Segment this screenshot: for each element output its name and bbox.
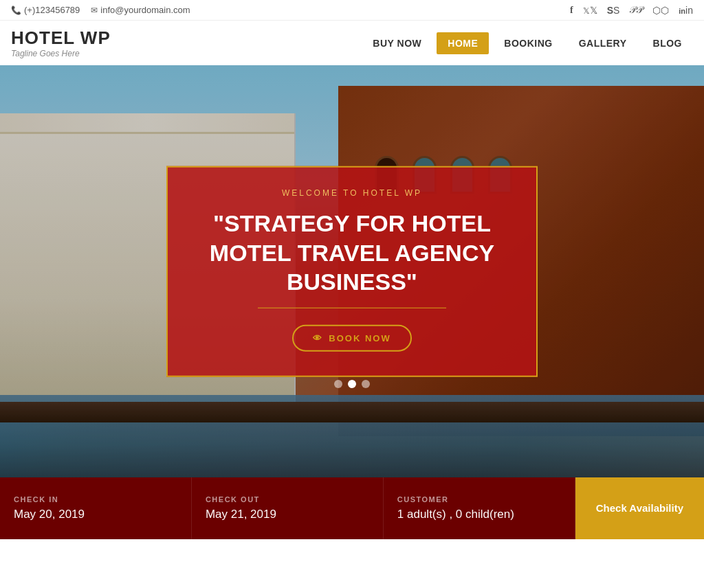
checkin-value: May 20, 2019 [14,508,177,521]
hero-subtitle: WELCOME TO HOTEL WP [195,188,509,198]
customer-label: CUSTOMER [397,495,561,504]
nav-buy-now[interactable]: BUY NOW [362,32,432,54]
checkin-field[interactable]: CHECK IN May 20, 2019 [0,477,192,539]
hero-section: WELCOME TO HOTEL WP "STRATEGY FOR HOTEL … [0,65,704,477]
email-address: info@yourdomain.com [100,5,190,15]
facebook-icon[interactable] [570,4,573,16]
logo-tagline: Tagline Goes Here [11,49,111,58]
nav-blog[interactable]: BLOG [642,32,693,54]
eye-icon [313,332,323,343]
mail-icon [91,5,98,15]
check-availability-button[interactable]: Check Availability [575,477,704,539]
checkin-label: CHECK IN [14,495,177,504]
hero-content-box: WELCOME TO HOTEL WP "STRATEGY FOR HOTEL … [166,166,538,377]
customer-value: 1 adult(s) , 0 child(ren) [397,508,561,521]
phone-number: (+)123456789 [24,5,80,15]
book-now-button[interactable]: BOOK NOW [292,324,411,351]
booking-bar: CHECK IN May 20, 2019 CHECK OUT May 21, … [0,477,704,539]
main-nav: BUY NOW HOME BOOKING GALLERY BLOG [362,32,693,54]
phone-icon [11,5,21,15]
skype-icon[interactable]: S [607,5,620,16]
slider-dot-3[interactable] [362,380,370,388]
logo-area: HOTEL WP Tagline Goes Here [11,27,111,58]
hero-title: "STRATEGY FOR HOTEL MOTEL TRAVEL AGENCY … [195,209,509,297]
slider-dots [334,380,370,388]
hero-divider [258,307,446,308]
slider-dot-2[interactable] [348,380,356,388]
logo-title: HOTEL WP [11,27,111,49]
header: HOTEL WP Tagline Goes Here BUY NOW HOME … [0,21,704,65]
linkedin-icon[interactable]: in [679,5,693,16]
slider-dot-1[interactable] [334,380,342,388]
checkout-value: May 21, 2019 [206,508,369,521]
phone-info: (+)123456789 [11,5,80,15]
checkout-field[interactable]: CHECK OUT May 21, 2019 [192,477,384,539]
top-bar: (+)123456789 info@yourdomain.com 𝕏 S 𝒫 ⬡… [0,0,704,21]
book-now-label: BOOK NOW [329,332,390,343]
nav-booking[interactable]: BOOKING [493,32,563,54]
customer-field[interactable]: CUSTOMER 1 adult(s) , 0 child(ren) [384,477,575,539]
checkout-label: CHECK OUT [206,495,369,504]
pinterest-icon[interactable]: 𝒫 [629,4,643,16]
nav-gallery[interactable]: GALLERY [568,32,638,54]
twitter-icon[interactable]: 𝕏 [583,5,597,16]
email-info: info@yourdomain.com [91,5,190,15]
nav-home[interactable]: HOME [437,32,489,54]
top-bar-contact: (+)123456789 info@yourdomain.com [11,5,190,15]
social-links: 𝕏 S 𝒫 ⬡ in [570,4,693,16]
instagram-icon[interactable]: ⬡ [652,5,669,16]
